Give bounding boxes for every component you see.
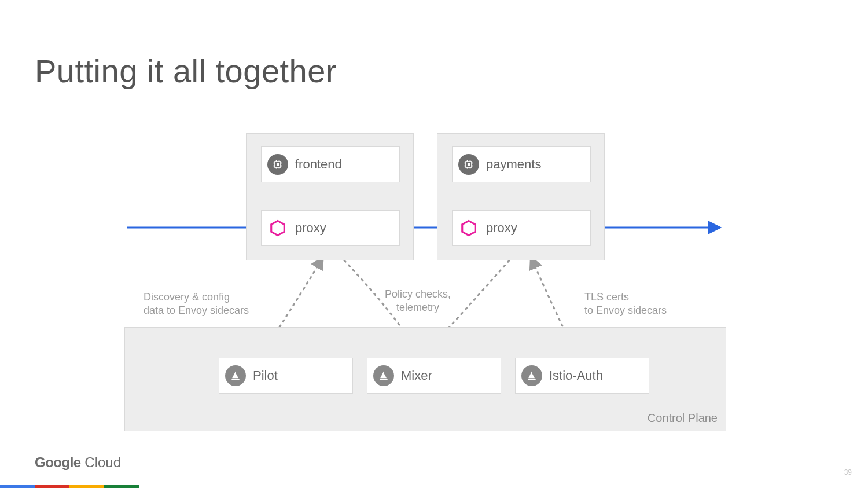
annotation-tls: TLS certs to Envoy sidecars — [584, 291, 667, 317]
slide: Putting it all together — [0, 0, 868, 488]
proxy-label: proxy — [486, 221, 517, 236]
control-plane-label: Control Plane — [648, 412, 718, 425]
annotation-discovery: Discovery & config data to Envoy sidecar… — [144, 291, 249, 317]
proxy-label: proxy — [295, 221, 326, 236]
architecture-diagram: frontend proxy payments proxy — [0, 0, 868, 488]
component-label: Istio-Auth — [549, 368, 603, 383]
sail-icon — [373, 365, 394, 386]
sail-icon — [521, 365, 542, 386]
component-label: Mixer — [401, 368, 432, 383]
proxy-box-frontend: proxy — [261, 210, 400, 246]
colorbar-segment — [35, 485, 69, 488]
hexagon-icon — [458, 218, 479, 239]
logo-strong: Google — [35, 454, 81, 470]
colorbar-segment — [69, 485, 104, 488]
annotation-policy: Policy checks, telemetry — [385, 288, 451, 314]
proxy-box-payments: proxy — [452, 210, 591, 246]
hexagon-icon — [267, 218, 288, 239]
service-label: payments — [486, 157, 541, 172]
control-plane-pilot: Pilot — [219, 358, 353, 394]
svg-rect-29 — [528, 379, 535, 380]
svg-marker-26 — [462, 221, 476, 236]
page-number: 39 — [844, 468, 852, 476]
svg-marker-15 — [271, 221, 285, 236]
colorbar-segment — [0, 485, 35, 488]
colorbar-segment — [104, 485, 139, 488]
svg-rect-28 — [380, 379, 387, 380]
logo-light: Cloud — [81, 454, 121, 470]
google-cloud-logo: Google Cloud — [35, 454, 121, 471]
control-plane: Pilot Mixer Istio-Auth Control Plane — [124, 327, 726, 431]
chip-icon — [458, 154, 479, 175]
control-plane-mixer: Mixer — [367, 358, 501, 394]
chip-icon — [267, 154, 288, 175]
pod-frontend: frontend proxy — [246, 133, 414, 260]
svg-rect-6 — [277, 163, 279, 166]
footer-colorbar — [0, 485, 139, 488]
service-label: frontend — [295, 157, 342, 172]
svg-rect-17 — [468, 163, 470, 166]
component-label: Pilot — [253, 368, 278, 383]
service-box-frontend: frontend — [261, 146, 400, 182]
svg-rect-27 — [231, 379, 239, 380]
pod-payments: payments proxy — [437, 133, 605, 260]
service-box-payments: payments — [452, 146, 591, 182]
control-plane-istio-auth: Istio-Auth — [515, 358, 649, 394]
sail-icon — [225, 365, 246, 386]
